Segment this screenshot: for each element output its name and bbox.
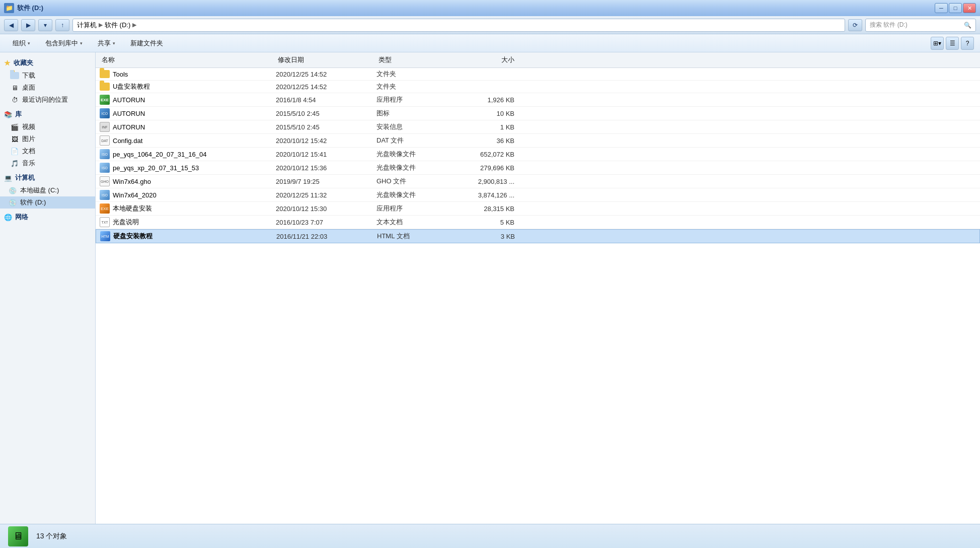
table-row[interactable]: TXT 光盘说明 2016/10/23 7:07 文本文档 5 KB bbox=[96, 216, 980, 229]
col-header-size[interactable]: 大小 bbox=[457, 54, 522, 65]
file-date-cell: 2016/10/23 7:07 bbox=[276, 219, 376, 226]
file-type-cell: 光盘映像文件 bbox=[376, 150, 457, 159]
sidebar-item-desktop[interactable]: 🖥 桌面 bbox=[0, 82, 95, 94]
sidebar-item-drive-c[interactable]: 💿 本地磁盘 (C:) bbox=[0, 184, 95, 196]
file-type-cell: 文本文档 bbox=[376, 218, 457, 227]
table-row[interactable]: ISO Win7x64_2020 2020/12/25 11:32 光盘映像文件… bbox=[96, 188, 980, 202]
library-header[interactable]: 📚 库 bbox=[0, 108, 95, 121]
file-date-cell: 2020/10/12 15:36 bbox=[276, 164, 376, 172]
help-button[interactable]: ? bbox=[961, 37, 974, 50]
drive-d-icon: 💿 bbox=[8, 198, 17, 207]
sidebar-item-download[interactable]: 下载 bbox=[0, 70, 95, 82]
table-row[interactable]: HTM 硬盘安装教程 2016/11/21 22:03 HTML 文档 3 KB bbox=[96, 229, 980, 243]
search-icon[interactable]: 🔍 bbox=[964, 22, 971, 29]
file-date-cell: 2016/11/21 22:03 bbox=[276, 233, 377, 240]
computer-section: 💻 计算机 💿 本地磁盘 (C:) 💿 软件 (D:) bbox=[0, 171, 95, 209]
network-label: 网络 bbox=[15, 213, 28, 222]
breadcrumb-computer[interactable]: 计算机 bbox=[77, 21, 97, 30]
file-type-cell: 应用程序 bbox=[376, 95, 457, 104]
file-size-cell: 279,696 KB bbox=[457, 164, 522, 172]
breadcrumb-drive[interactable]: 软件 (D:) bbox=[105, 21, 130, 30]
file-date-cell: 2020/10/12 15:41 bbox=[276, 151, 376, 158]
titlebar-left: 📁 软件 (D:) bbox=[4, 3, 43, 13]
breadcrumb[interactable]: 计算机 ▶ 软件 (D:) ▶ bbox=[72, 19, 845, 32]
file-name-text: 硬盘安装教程 bbox=[113, 232, 153, 241]
refresh-button[interactable]: ⟳ bbox=[848, 19, 862, 31]
file-name-text: AUTORUN bbox=[113, 96, 145, 104]
window-title: 软件 (D:) bbox=[17, 4, 43, 13]
video-label: 视频 bbox=[22, 122, 35, 131]
recent-label: 最近访问的位置 bbox=[22, 95, 68, 104]
back-button[interactable]: ◀ bbox=[4, 19, 18, 31]
file-icon-inf: INF bbox=[100, 122, 110, 132]
table-row[interactable]: Tools 2020/12/25 14:52 文件夹 bbox=[96, 68, 980, 81]
library-button[interactable]: 包含到库中 ▾ bbox=[39, 36, 89, 50]
file-date-cell: 2015/5/10 2:45 bbox=[276, 123, 376, 131]
file-name-text: AUTORUN bbox=[113, 123, 145, 131]
content-area: 名称 修改日期 类型 大小 Tools 2020/12/25 14:52 文件夹… bbox=[96, 52, 980, 530]
forward-button[interactable]: ▶ bbox=[21, 19, 35, 31]
share-button[interactable]: 共享 ▾ bbox=[91, 36, 122, 50]
file-name-cell: TXT 光盘说明 bbox=[100, 217, 276, 227]
sidebar-item-recent[interactable]: ⏱ 最近访问的位置 bbox=[0, 94, 95, 106]
sidebar-item-drive-d[interactable]: 💿 软件 (D:) bbox=[0, 196, 95, 209]
file-date-cell: 2020/12/25 11:32 bbox=[276, 191, 376, 199]
organize-label: 组织 bbox=[13, 39, 26, 48]
file-name-cell: GHO Win7x64.gho bbox=[100, 176, 276, 186]
file-date-cell: 2020/12/25 14:52 bbox=[276, 71, 376, 78]
organize-button[interactable]: 组织 ▾ bbox=[6, 36, 37, 50]
table-row[interactable]: DAT Config.dat 2020/10/12 15:42 DAT 文件 3… bbox=[96, 134, 980, 148]
file-name-text: Win7x64_2020 bbox=[113, 191, 157, 199]
file-icon-iso: ISO bbox=[100, 149, 110, 159]
file-name-text: Tools bbox=[113, 71, 128, 78]
table-row[interactable]: EXE AUTORUN 2016/1/8 4:54 应用程序 1,926 KB bbox=[96, 93, 980, 107]
download-icon bbox=[10, 72, 19, 80]
table-row[interactable]: INF AUTORUN 2015/5/10 2:45 安装信息 1 KB bbox=[96, 120, 980, 134]
favorites-header[interactable]: ★ 收藏夹 bbox=[0, 56, 95, 70]
close-button[interactable]: ✕ bbox=[963, 3, 976, 13]
breadcrumb-sep2: ▶ bbox=[132, 22, 136, 28]
new-folder-button[interactable]: 新建文件夹 bbox=[124, 36, 170, 50]
computer-header[interactable]: 💻 计算机 bbox=[0, 171, 95, 184]
file-list: Tools 2020/12/25 14:52 文件夹 U盘安装教程 2020/1… bbox=[96, 68, 980, 243]
file-icon-dat: DAT bbox=[100, 135, 110, 146]
file-icon-ico: ICO bbox=[100, 108, 110, 118]
file-name-cell: ICO AUTORUN bbox=[100, 108, 276, 118]
file-size-cell: 36 KB bbox=[457, 137, 522, 145]
table-row[interactable]: GHO Win7x64.gho 2019/9/7 19:25 GHO 文件 2,… bbox=[96, 175, 980, 188]
file-size-cell: 3,874,126 ... bbox=[457, 191, 522, 199]
titlebar-controls: ─ □ ✕ bbox=[935, 3, 976, 13]
desktop-icon: 🖥 bbox=[10, 84, 19, 92]
network-section: 🌐 网络 bbox=[0, 211, 95, 224]
video-icon: 🎬 bbox=[10, 123, 19, 131]
col-header-name[interactable]: 名称 bbox=[100, 54, 276, 65]
file-icon-app: EXE bbox=[100, 203, 110, 214]
file-date-cell: 2015/5/10 2:45 bbox=[276, 110, 376, 117]
recent-locations-button[interactable]: ▾ bbox=[38, 19, 52, 31]
table-row[interactable]: ISO pe_yqs_xp_20_07_31_15_53 2020/10/12 … bbox=[96, 161, 980, 175]
maximize-button[interactable]: □ bbox=[949, 3, 962, 13]
table-row[interactable]: ICO AUTORUN 2015/5/10 2:45 图标 10 KB bbox=[96, 107, 980, 120]
sidebar-item-doc[interactable]: 📄 文档 bbox=[0, 145, 95, 157]
table-row[interactable]: ISO pe_yqs_1064_20_07_31_16_04 2020/10/1… bbox=[96, 148, 980, 161]
desktop-label: 桌面 bbox=[22, 83, 35, 92]
sidebar-item-picture[interactable]: 🖼 图片 bbox=[0, 133, 95, 145]
up-button[interactable]: ↑ bbox=[55, 19, 69, 31]
table-row[interactable]: U盘安装教程 2020/12/25 14:52 文件夹 bbox=[96, 81, 980, 93]
sidebar-item-video[interactable]: 🎬 视频 bbox=[0, 121, 95, 133]
file-icon-iso: ISO bbox=[100, 163, 110, 173]
view-mode-button[interactable]: ⊞▾ bbox=[931, 37, 944, 50]
recent-icon: ⏱ bbox=[10, 96, 19, 104]
minimize-button[interactable]: ─ bbox=[935, 3, 948, 13]
file-size-cell: 28,315 KB bbox=[457, 205, 522, 213]
table-row[interactable]: EXE 本地硬盘安装 2020/10/12 15:30 应用程序 28,315 … bbox=[96, 202, 980, 216]
col-header-date[interactable]: 修改日期 bbox=[276, 54, 376, 65]
sidebar-item-music[interactable]: 🎵 音乐 bbox=[0, 157, 95, 169]
preview-pane-button[interactable]: ☰ bbox=[946, 37, 959, 50]
network-header[interactable]: 🌐 网络 bbox=[0, 211, 95, 224]
file-icon-folder bbox=[100, 83, 110, 91]
col-header-type[interactable]: 类型 bbox=[376, 54, 457, 65]
column-headers: 名称 修改日期 类型 大小 bbox=[96, 52, 980, 68]
file-name-cell: Tools bbox=[100, 70, 276, 78]
addressbar: ◀ ▶ ▾ ↑ 计算机 ▶ 软件 (D:) ▶ ⟳ 搜索 软件 (D:) 🔍 bbox=[0, 16, 980, 34]
